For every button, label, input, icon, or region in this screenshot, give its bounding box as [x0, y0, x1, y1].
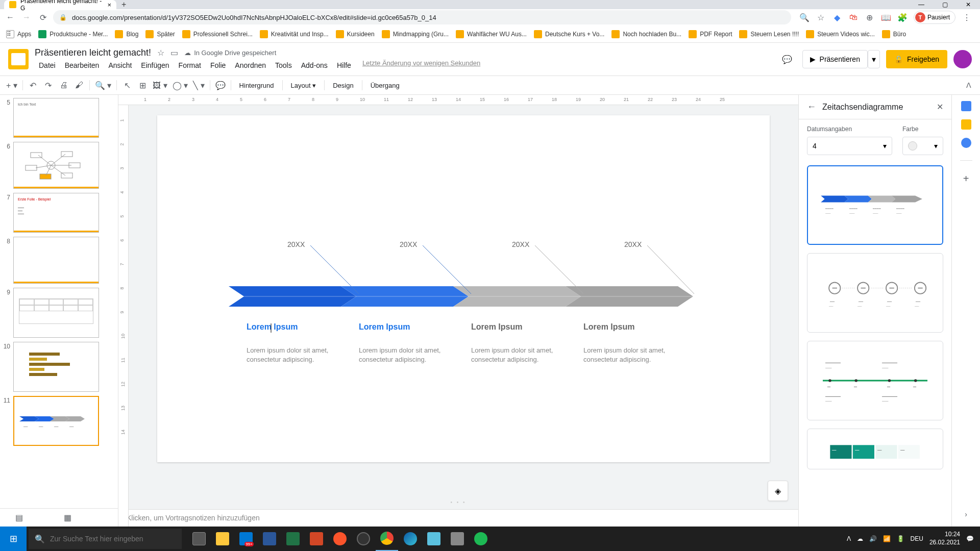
- filmstrip[interactable]: 5 Ich bin Text 6 🔗 7 🔗 Erste Folie - Bei…: [0, 95, 118, 527]
- background-button[interactable]: Hintergrund: [234, 82, 279, 89]
- bookmark-item[interactable]: Kursideen: [336, 30, 375, 38]
- filmstrip-view-icon[interactable]: ▤: [15, 513, 23, 522]
- battery-icon[interactable]: 🔋: [897, 535, 904, 542]
- textbox-tool[interactable]: ⊞: [135, 78, 150, 92]
- chrome-app[interactable]: [376, 527, 398, 551]
- explore-button[interactable]: ◈: [768, 481, 788, 501]
- bookmark-item[interactable]: PDF Report: [689, 30, 732, 38]
- taskbar-search-input[interactable]: [50, 535, 176, 543]
- document-title[interactable]: Präsentieren leicht gemacht!: [35, 47, 151, 58]
- minimize-button[interactable]: —: [910, 0, 933, 9]
- powerpoint-app[interactable]: [305, 527, 328, 551]
- collapse-toolbar-icon[interactable]: ᐱ: [962, 78, 976, 92]
- extensions-menu-icon[interactable]: 🧩: [897, 12, 908, 22]
- present-dropdown[interactable]: ▾: [868, 50, 880, 68]
- shape-tool[interactable]: ◯ ▾: [170, 78, 190, 92]
- slide-thumb-7[interactable]: Erste Folie - Beispiel━━━━━━━━━━━: [13, 193, 99, 233]
- extension-icon-4[interactable]: 📖: [881, 12, 891, 22]
- slide-canvas[interactable]: 20XX 20XX 20XX 20XX Lorem Ipsum Lorem Ip…: [157, 115, 770, 462]
- extension-icon-2[interactable]: 🛍: [848, 12, 859, 22]
- slide-thumb-10[interactable]: [13, 342, 99, 392]
- notepad-app[interactable]: [423, 527, 445, 551]
- file-explorer-app[interactable]: [211, 527, 234, 551]
- line-tool[interactable]: ╲ ▾: [191, 78, 206, 92]
- comment-tool[interactable]: 💬: [213, 78, 228, 92]
- maximize-button[interactable]: ▢: [933, 0, 957, 9]
- redo-button[interactable]: ↷: [41, 78, 56, 92]
- print-button[interactable]: 🖨: [57, 78, 71, 92]
- menu-anordnen[interactable]: Anordnen: [231, 59, 270, 71]
- menu-format[interactable]: Format: [175, 59, 205, 71]
- hide-sidebar-icon[interactable]: ›: [965, 510, 967, 518]
- user-avatar[interactable]: [953, 50, 972, 68]
- bookmark-item[interactable]: Deutsche Kurs + Vo...: [534, 30, 604, 38]
- select-tool[interactable]: ↖: [120, 78, 134, 92]
- bookmark-item[interactable]: ⠿Apps: [6, 30, 31, 38]
- tray-chevron-icon[interactable]: ᐱ: [847, 535, 851, 542]
- taskbar-search[interactable]: 🔍: [29, 529, 182, 549]
- excel-app[interactable]: [282, 527, 304, 551]
- browser-tab[interactable]: Präsentieren leicht gemacht! - G ×: [4, 0, 116, 9]
- zoom-button[interactable]: 🔍 ▾: [93, 78, 113, 92]
- task-view-button[interactable]: [188, 527, 210, 551]
- transition-button[interactable]: Übergang: [365, 82, 405, 89]
- new-tab-button[interactable]: +: [121, 0, 126, 9]
- onedrive-icon[interactable]: ☁: [857, 535, 863, 542]
- language-indicator[interactable]: DEU: [911, 535, 923, 542]
- add-app-button[interactable]: +: [963, 173, 969, 185]
- bookmark-item[interactable]: Büro: [882, 30, 906, 38]
- timeline-option-1[interactable]: ━━━━━━━━━━━━━━━━ ━━━━━━━━━━━━━━━━━━━━: [807, 165, 943, 245]
- bookmark-item[interactable]: Steuern Lesen !!!!: [739, 30, 799, 38]
- menu-ansicht[interactable]: Ansicht: [104, 59, 136, 71]
- paint-format-button[interactable]: 🖌: [72, 78, 86, 92]
- close-panel-icon[interactable]: ✕: [937, 102, 943, 112]
- reload-button[interactable]: ⟳: [37, 11, 49, 23]
- star-icon[interactable]: ☆: [816, 12, 826, 22]
- tasks-app-icon[interactable]: [961, 138, 971, 148]
- generic-app[interactable]: [446, 527, 469, 551]
- bookmark-item[interactable]: Steuern Videos wic...: [806, 30, 875, 38]
- move-document-icon[interactable]: ▭: [170, 48, 178, 58]
- slide-thumb-6[interactable]: [13, 142, 99, 189]
- clock[interactable]: 10:24 26.02.2021: [929, 531, 960, 546]
- bookmark-item[interactable]: Blog: [115, 30, 138, 38]
- close-window-button[interactable]: ✕: [957, 0, 980, 9]
- slide-thumb-5[interactable]: Ich bin Text: [13, 98, 99, 138]
- brave-app[interactable]: [329, 527, 351, 551]
- layout-button[interactable]: Layout ▾: [286, 82, 322, 89]
- wifi-icon[interactable]: 📶: [883, 535, 891, 542]
- word-app[interactable]: [258, 527, 281, 551]
- timeline-gallery[interactable]: ━━━━━━━━━━━━━━━━ ━━━━━━━━━━━━━━━━━━━━ ━━…: [799, 161, 951, 527]
- slides-logo-icon[interactable]: [8, 49, 29, 69]
- share-button[interactable]: 🔒 Freigeben: [886, 50, 947, 68]
- dates-select[interactable]: 4 ▾: [807, 137, 892, 155]
- image-tool[interactable]: 🖼 ▾: [151, 78, 169, 92]
- keep-app-icon[interactable]: [961, 119, 971, 130]
- notes-resize-handle[interactable]: • • •: [118, 499, 798, 505]
- bookmark-item[interactable]: Später: [145, 30, 175, 38]
- bookmark-item[interactable]: Mindmapping (Gru...: [382, 30, 449, 38]
- drive-save-status[interactable]: ☁ In Google Drive gespeichert: [184, 49, 276, 57]
- slide-thumb-8[interactable]: [13, 237, 99, 284]
- color-select[interactable]: ▾: [902, 137, 943, 155]
- bookmark-item[interactable]: Professionell Schrei...: [182, 30, 253, 38]
- profile-badge[interactable]: T Pausiert: [914, 11, 955, 24]
- obs-app[interactable]: [352, 527, 375, 551]
- bookmark-item[interactable]: Kreativität und Insp...: [260, 30, 329, 38]
- volume-icon[interactable]: 🔊: [869, 535, 877, 542]
- menu-tools[interactable]: Tools: [271, 59, 296, 71]
- slide-thumb-11[interactable]: ━━━━━━━━━━━━━━━━: [13, 396, 99, 446]
- mail-app[interactable]: 99+: [235, 527, 257, 551]
- design-button[interactable]: Design: [328, 82, 358, 89]
- notifications-icon[interactable]: 💬: [966, 535, 974, 542]
- bookmark-item[interactable]: Wahlfächer WU Aus...: [456, 30, 527, 38]
- menu-add-ons[interactable]: Add-ons: [297, 59, 332, 71]
- new-slide-button[interactable]: + ▾: [4, 78, 19, 92]
- menu-hilfe[interactable]: Hilfe: [333, 59, 355, 71]
- back-icon[interactable]: ←: [807, 102, 816, 112]
- undo-button[interactable]: ↶: [26, 78, 40, 92]
- star-document-icon[interactable]: ☆: [157, 48, 164, 58]
- timeline-option-4[interactable]: ━━━━ ━━━━ ━━━━ ━━━━: [807, 429, 943, 469]
- bookmark-item[interactable]: Produktsuche - Mer...: [38, 30, 108, 38]
- slide-thumb-9[interactable]: [13, 288, 99, 338]
